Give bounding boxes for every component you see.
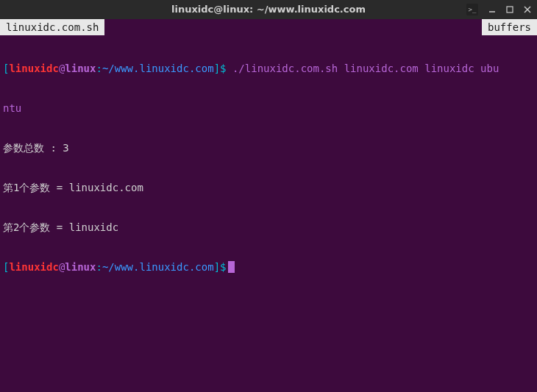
- tab-file[interactable]: linuxidc.com.sh: [0, 19, 104, 35]
- terminal-empty: [3, 300, 534, 381]
- terminal-line: [linuxidc@linux:~/www.linuxidc.com]$: [3, 260, 534, 274]
- terminal-line: 第1个参数 = linuxidc.com: [3, 181, 534, 194]
- close-button[interactable]: [521, 3, 534, 16]
- terminal-line: ntu: [3, 101, 534, 115]
- app-icon: >_: [466, 4, 478, 15]
- cursor: [228, 261, 235, 273]
- terminal-line: 第2个参数 = linuxidc: [3, 221, 534, 234]
- window-title: linuxidc@linux: ~/www.linuxidc.com: [0, 3, 537, 16]
- terminal-line: [linuxidc@linux:~/www.linuxidc.com]$ ./l…: [3, 62, 534, 75]
- maximize-button[interactable]: [503, 3, 516, 16]
- svg-rect-1: [507, 7, 513, 13]
- minimize-button[interactable]: [486, 3, 499, 16]
- buffer-tabs: linuxidc.com.sh buffers: [0, 19, 537, 35]
- tab-buffers[interactable]: buffers: [482, 19, 537, 35]
- terminal-line: 参数总数 : 3: [3, 141, 534, 154]
- terminal-pane[interactable]: [linuxidc@linux:~/www.linuxidc.com]$ ./l…: [0, 35, 537, 392]
- window-titlebar: linuxidc@linux: ~/www.linuxidc.com >_: [0, 0, 537, 19]
